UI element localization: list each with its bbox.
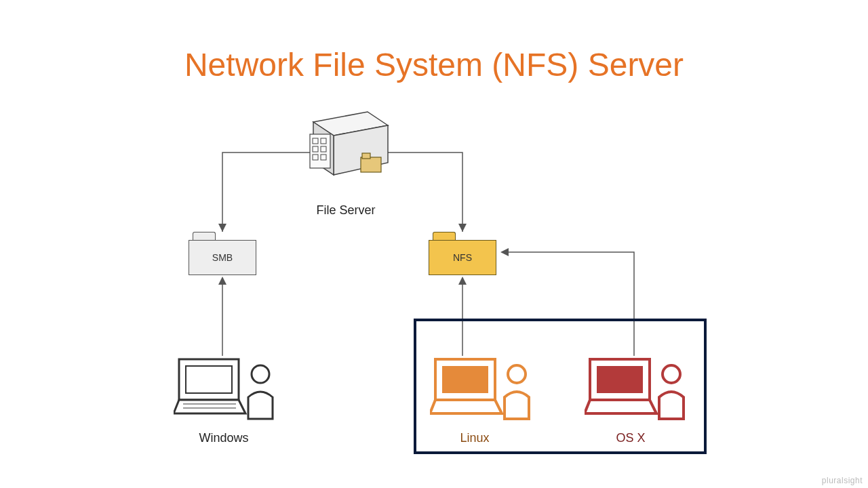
- watermark: pluralsight: [822, 476, 863, 485]
- file-server-icon: [293, 108, 395, 190]
- svg-marker-4: [500, 248, 509, 256]
- svg-marker-0: [218, 224, 226, 232]
- smb-folder-icon: SMB: [189, 232, 256, 275]
- svg-rect-15: [361, 157, 381, 172]
- svg-marker-1: [458, 224, 467, 232]
- svg-marker-2: [218, 277, 226, 285]
- svg-marker-3: [458, 277, 467, 285]
- windows-client-icon: [174, 352, 289, 427]
- nfs-clients-highlight: [414, 319, 707, 454]
- nfs-folder-label: NFS: [429, 240, 496, 275]
- nfs-folder-icon: NFS: [429, 232, 496, 275]
- smb-folder-label: SMB: [189, 240, 256, 275]
- svg-rect-18: [186, 366, 232, 393]
- svg-point-22: [252, 365, 269, 383]
- file-server-label: File Server: [292, 203, 400, 218]
- svg-rect-16: [362, 153, 370, 159]
- svg-marker-19: [174, 400, 245, 413]
- windows-label: Windows: [183, 431, 264, 445]
